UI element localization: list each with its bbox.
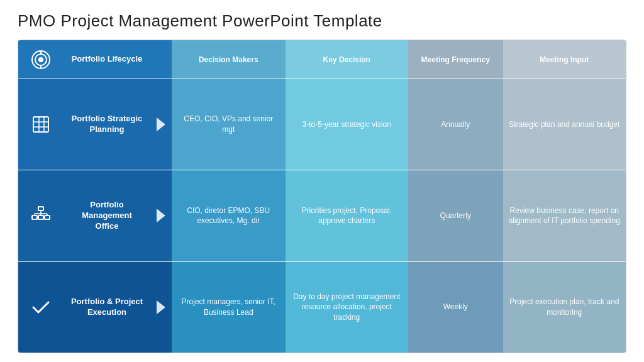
svg-rect-5 <box>33 117 48 132</box>
row1-freq-col: Annually <box>408 79 503 170</box>
row1-arrow-icon <box>157 118 165 131</box>
row2-input-col: Review business case, report on alignmen… <box>503 170 626 261</box>
svg-rect-11 <box>32 216 37 219</box>
header-name-col: Portfolio Lifecycle <box>64 40 150 79</box>
table-header-row: Portfolio Lifecycle Decision Makers Key … <box>18 40 626 79</box>
row3-arrow-icon <box>157 300 165 314</box>
row2-makers-text: CIO, diretor EPMO, SBU executives, Mg. d… <box>177 206 280 227</box>
header-icon-col <box>18 40 64 79</box>
row1-icon-col <box>18 79 64 170</box>
row1-freq-text: Annually <box>441 119 470 130</box>
row3-input-col: Project execution plan, track and monito… <box>503 262 626 353</box>
row2-arrow-col <box>150 170 172 261</box>
row1-arrow-col <box>150 79 172 170</box>
row1-decision-text: 3-to-5-year strategic vision <box>303 119 391 130</box>
row2-arrow-icon <box>157 209 165 222</box>
svg-point-2 <box>38 57 43 62</box>
row2-decision-col: Priorities project, Proposal, approve ch… <box>286 170 408 261</box>
row1-decision-col: 3-to-5-year strategic vision <box>286 79 408 170</box>
row2-makers-col: CIO, diretor EPMO, SBU executives, Mg. d… <box>172 170 286 261</box>
header-decision-label: Key Decision <box>323 55 370 64</box>
page-title: PMO Project Management PowerPoint Templa… <box>18 11 626 31</box>
header-freq-col: Meeting Frequency <box>408 40 503 79</box>
svg-rect-12 <box>38 216 43 219</box>
row3-decision-text: Day to day project management resource a… <box>291 292 403 323</box>
row3-decision-col: Day to day project management resource a… <box>286 262 408 353</box>
header-arrow-col <box>150 40 172 79</box>
table-row: Portfolio Strategic Planning CEO, CIO, V… <box>18 79 626 170</box>
row2-name-label: Portfolio Management Office <box>70 200 144 232</box>
row1-grid-icon <box>30 113 52 136</box>
header-decision-col: Key Decision <box>286 40 408 79</box>
header-input-col: Meeting Input <box>503 40 626 79</box>
row3-makers-text: Project managers, senior IT, Business Le… <box>177 297 280 318</box>
row3-freq-col: Weekly <box>408 262 503 353</box>
row3-name-label: Portfolio & Project Execution <box>70 297 144 318</box>
row1-makers-col: CEO, CIO, VPs and senior mgt <box>172 79 286 170</box>
row3-check-icon <box>30 296 52 319</box>
row1-input-col: Strategic plan and annual budget <box>503 79 626 170</box>
row2-freq-col: Quarterly <box>408 170 503 261</box>
header-input-label: Meeting Input <box>540 55 589 64</box>
table-row: Portfolio & Project Execution Project ma… <box>18 262 626 353</box>
row2-org-icon <box>30 204 52 227</box>
row3-input-text: Project execution plan, track and monito… <box>508 297 621 318</box>
row2-input-text: Review business case, report on alignmen… <box>508 206 621 227</box>
header-makers-label: Decision Makers <box>199 55 258 64</box>
page: PMO Project Management PowerPoint Templa… <box>0 0 644 362</box>
row1-name-col: Portfolio Strategic Planning <box>64 79 150 170</box>
row3-name-col: Portfolio & Project Execution <box>64 262 150 353</box>
header-lifecycle-label: Portfolio Lifecycle <box>72 54 143 65</box>
main-table: Portfolio Lifecycle Decision Makers Key … <box>18 40 626 353</box>
header-makers-col: Decision Makers <box>172 40 286 79</box>
row2-name-col: Portfolio Management Office <box>64 170 150 261</box>
row1-input-text: Strategic plan and annual budget <box>509 119 619 130</box>
row2-freq-text: Quarterly <box>440 211 471 221</box>
row1-name-label: Portfolio Strategic Planning <box>70 114 144 135</box>
row2-icon-col <box>18 170 64 261</box>
table-row: Portfolio Management Office CIO, diretor… <box>18 170 626 261</box>
svg-rect-13 <box>45 216 50 219</box>
header-target-icon <box>30 48 52 71</box>
row3-icon-col <box>18 262 64 353</box>
row2-decision-text: Priorities project, Proposal, approve ch… <box>291 206 403 227</box>
row1-makers-text: CEO, CIO, VPs and senior mgt <box>177 114 280 135</box>
svg-rect-10 <box>38 207 43 211</box>
header-freq-label: Meeting Frequency <box>421 55 490 64</box>
row3-freq-text: Weekly <box>443 302 468 312</box>
row3-arrow-col <box>150 262 172 353</box>
row3-makers-col: Project managers, senior IT, Business Le… <box>172 262 286 353</box>
